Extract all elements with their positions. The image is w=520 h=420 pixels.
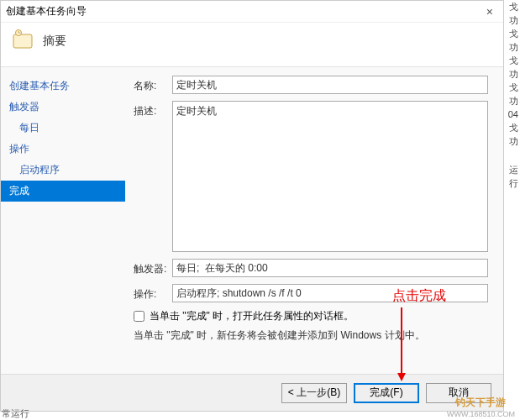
close-icon[interactable]: × [481, 5, 498, 18]
action-label: 操作: [134, 284, 172, 302]
step-trigger[interactable]: 触发器 [1, 97, 125, 118]
watermark-url: WWW.168510.COM [447, 410, 515, 418]
step-action[interactable]: 操作 [1, 139, 125, 160]
action-value [172, 284, 488, 302]
desc-label: 描述: [134, 101, 172, 118]
page-title: 摘要 [43, 34, 66, 49]
step-daily[interactable]: 每日 [1, 118, 125, 139]
svg-rect-0 [13, 34, 32, 48]
summary-panel: 名称: 描述: 触发器: 操作: 当单击 "完成" 时，打开此任务属性的对话框。… [125, 67, 503, 374]
wizard-steps-sidebar: 创建基本任务 触发器 每日 操作 启动程序 完成 [1, 67, 125, 374]
wizard-footer: < 上一步(B) 完成(F) 取消 [1, 374, 503, 411]
wizard-dialog: 创建基本任务向导 × 摘要 创建基本任务 触发器 每日 操作 启动程序 完成 名… [0, 0, 504, 412]
name-label: 名称: [134, 76, 172, 93]
wizard-header: 摘要 [1, 23, 503, 67]
desc-textarea[interactable] [172, 101, 488, 252]
back-button[interactable]: < 上一步(B) [281, 383, 347, 403]
step-start-program[interactable]: 启动程序 [1, 160, 125, 181]
step-create-task[interactable]: 创建基本任务 [1, 76, 125, 97]
status-text: 常运行 [2, 407, 29, 420]
watermark-brand: 钓天下手游 [455, 396, 506, 410]
step-finish[interactable]: 完成 [1, 181, 125, 202]
checkbox-label: 当单击 "完成" 时，打开此任务属性的对话框。 [150, 309, 354, 323]
trigger-value [172, 259, 488, 277]
finish-note: 当单击 "完成" 时，新任务将会被创建并添加到 Windows 计划中。 [134, 328, 488, 343]
titlebar: 创建基本任务向导 × [1, 1, 503, 23]
summary-icon [11, 29, 34, 53]
background-fragment: 戈功戈功戈功 戈功04戈功 运行 [504, 0, 520, 420]
window-title: 创建基本任务向导 [6, 4, 87, 18]
watermark: 钓天下手游 WWW.168510.COM [447, 396, 515, 418]
trigger-label: 触发器: [134, 259, 172, 276]
open-properties-checkbox[interactable] [134, 311, 144, 322]
name-input[interactable] [172, 76, 488, 94]
finish-button[interactable]: 完成(F) [354, 383, 419, 403]
